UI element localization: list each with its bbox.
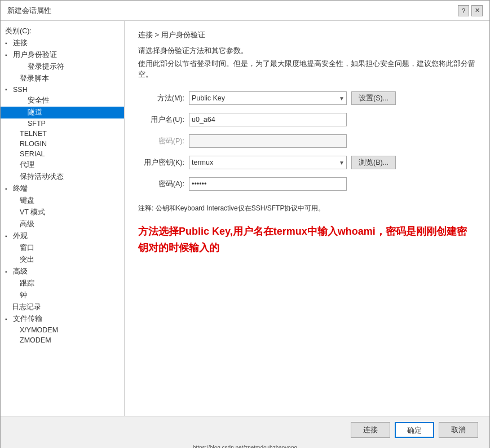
breadcrumb: 连接 > 用户身份验证 — [138, 30, 476, 40]
sidebar-item-chuangkou[interactable]: 窗口 — [1, 242, 124, 254]
desc1: 请选择身份验证方法和其它参数。 — [138, 46, 476, 56]
category-label: 类别(C): — [1, 25, 124, 37]
title-bar: 新建会话属性 ? ✕ — [1, 1, 489, 21]
userkey-select-wrapper: termux ▼ — [189, 156, 347, 169]
sidebar-item-denglu-jiaoben[interactable]: 登录脚本 — [1, 73, 124, 85]
method-select-wrapper: Password Public Key Keyboard Interactive… — [189, 91, 347, 105]
sidebar-item-label: SSH — [13, 86, 28, 94]
toggle-icon: ▪ — [5, 233, 12, 240]
note-text: 注释: 公钥和Keyboard Interactive仅在SSH/SFTP协议中… — [138, 204, 476, 213]
toggle-icon: ▪ — [5, 316, 12, 323]
password-input[interactable] — [189, 134, 347, 148]
passphrase-label: 密码(A): — [138, 179, 189, 189]
sidebar-item-label: 连接 — [13, 38, 28, 48]
toggle-icon: ▪ — [5, 40, 12, 47]
method-select[interactable]: Password Public Key Keyboard Interactive… — [189, 91, 347, 105]
sidebar-item-jianpan[interactable]: 键盘 — [1, 195, 124, 207]
sidebar-item-label: 用户身份验证 — [13, 50, 57, 60]
browse-button[interactable]: 浏览(B)... — [351, 156, 396, 169]
sidebar-item-suidao[interactable]: 隧道 — [1, 107, 124, 118]
sidebar-item-zmodem[interactable]: ZMODEM — [1, 335, 124, 345]
username-label: 用户名(U): — [138, 115, 189, 125]
main-dialog: 新建会话属性 ? ✕ 类别(C): ▪ 连接 ▪ 用户身份验证 登录提示符 登录… — [0, 0, 490, 448]
sidebar: 类别(C): ▪ 连接 ▪ 用户身份验证 登录提示符 登录脚本 ▪ SSH 安全… — [1, 21, 125, 416]
toggle-icon: ▪ — [5, 86, 12, 93]
passphrase-input[interactable] — [189, 177, 347, 191]
sidebar-item-xymodem[interactable]: X/YMODEM — [1, 325, 124, 335]
ok-button[interactable]: 确定 — [395, 422, 434, 438]
sidebar-item-anquan[interactable]: 安全性 — [1, 95, 124, 107]
dialog-body: 类别(C): ▪ 连接 ▪ 用户身份验证 登录提示符 登录脚本 ▪ SSH 安全… — [1, 21, 489, 416]
form-area: 方法(M): Password Public Key Keyboard Inte… — [138, 91, 476, 198]
sidebar-item-label: 终端 — [13, 184, 28, 194]
sidebar-item-denglu-tishi[interactable]: 登录提示符 — [1, 61, 124, 73]
method-label: 方法(M): — [138, 94, 189, 103]
main-panel: 连接 > 用户身份验证 请选择身份验证方法和其它参数。 使用此部分以节省登录时间… — [125, 21, 489, 416]
sidebar-item-genzong[interactable]: 跟踪 — [1, 278, 124, 289]
sidebar-item-gaoji[interactable]: ▪ 高级 — [1, 266, 124, 278]
sidebar-item-gaoji-zhongduan[interactable]: 高级 — [1, 218, 124, 230]
sidebar-item-rlogin[interactable]: RLOGIN — [1, 139, 124, 149]
dialog-title: 新建会话属性 — [7, 6, 51, 16]
sidebar-item-baochi[interactable]: 保持活动状态 — [1, 171, 124, 183]
help-button[interactable]: ? — [458, 5, 469, 16]
sidebar-item-lianjie[interactable]: ▪ 连接 — [1, 37, 124, 49]
username-row: 用户名(U): — [138, 112, 476, 127]
connect-button[interactable]: 连接 — [351, 422, 390, 438]
watermark: https://blog.csdn.net/znetmdoubzhanyong — [1, 443, 489, 448]
sidebar-item-yonghu[interactable]: ▪ 用户身份验证 — [1, 49, 124, 61]
sidebar-item-ssh[interactable]: ▪ SSH — [1, 85, 124, 95]
sidebar-item-zhong[interactable]: 钟 — [1, 289, 124, 301]
password-label: 密码(P): — [138, 137, 189, 146]
sidebar-item-rizhi[interactable]: 日志记录 — [1, 301, 124, 313]
sidebar-item-label: 外观 — [13, 231, 28, 241]
sidebar-item-sftp[interactable]: SFTP — [1, 118, 124, 129]
sidebar-item-telnet[interactable]: TELNET — [1, 129, 124, 139]
passphrase-row: 密码(A): — [138, 177, 476, 191]
password-row: 密码(P): — [138, 134, 476, 148]
toggle-icon: ▪ — [5, 186, 12, 192]
sidebar-item-waiguan[interactable]: ▪ 外观 — [1, 230, 124, 242]
title-bar-controls: ? ✕ — [458, 5, 483, 16]
sidebar-item-wenjian[interactable]: ▪ 文件传输 — [1, 313, 124, 325]
sidebar-item-label: 文件传输 — [13, 314, 42, 324]
close-button[interactable]: ✕ — [471, 5, 483, 16]
dialog-footer: 连接 确定 取消 — [1, 416, 489, 443]
toggle-icon: ▪ — [5, 52, 12, 59]
username-input[interactable] — [189, 113, 347, 126]
sidebar-item-vt[interactable]: VT 模式 — [1, 207, 124, 218]
annotation-text: 方法选择Public Key,用户名在termux中输入whoami，密码是刚刚… — [138, 223, 476, 256]
sidebar-item-zhongduan[interactable]: ▪ 终端 — [1, 183, 124, 195]
sidebar-item-tuchu[interactable]: 突出 — [1, 254, 124, 266]
settings-button[interactable]: 设置(S)... — [351, 91, 396, 105]
userkey-select[interactable]: termux — [189, 156, 347, 169]
sidebar-item-serial[interactable]: SERIAL — [1, 149, 124, 159]
userkey-label: 用户密钥(K): — [138, 158, 189, 168]
sidebar-item-daili[interactable]: 代理 — [1, 159, 124, 171]
toggle-icon: ▪ — [5, 269, 12, 275]
method-row: 方法(M): Password Public Key Keyboard Inte… — [138, 91, 476, 106]
desc2: 使用此部分以节省登录时间。但是，为了最大限度地提高安全性，如果担心安全问题，建议… — [138, 59, 476, 80]
userkey-row: 用户密钥(K): termux ▼ 浏览(B)... — [138, 155, 476, 170]
cancel-button[interactable]: 取消 — [439, 422, 478, 438]
sidebar-item-label: 高级 — [13, 267, 28, 276]
